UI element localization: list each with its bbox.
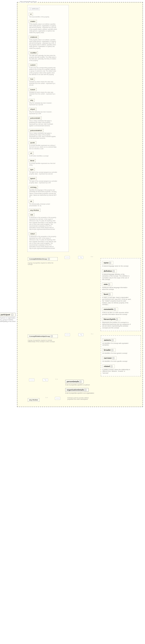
element-definition[interactable]: definition+ bbox=[102, 269, 117, 273]
expand-icon[interactable]: + bbox=[80, 381, 81, 383]
attribute-name[interactable]: role bbox=[29, 213, 34, 216]
element-label: organisationDetails bbox=[67, 389, 84, 391]
element-label: related bbox=[104, 365, 110, 367]
expand-icon[interactable]: − bbox=[48, 258, 50, 260]
attribute-desc: The date (and optionally, the time) when… bbox=[29, 55, 57, 62]
choice-connector bbox=[78, 333, 83, 336]
attribute-name[interactable]: uri bbox=[29, 152, 34, 155]
element-organisationDetails[interactable]: organisationDetails+ bbox=[65, 388, 89, 392]
group-desc: A group of properties required to define… bbox=[28, 262, 58, 265]
attribute-name[interactable]: type bbox=[29, 168, 35, 171]
element-facet[interactable]: facet+ bbox=[102, 292, 113, 296]
child-related: related+A related concept, where the rel… bbox=[102, 364, 139, 374]
group-label: ConceptRelationshipsGroup bbox=[29, 335, 50, 337]
element-desc: A set of properties specific to an organ… bbox=[65, 392, 94, 394]
element-label: personDetails bbox=[67, 380, 79, 383]
child-broader: broader+An identifier of a more generic … bbox=[102, 348, 139, 354]
attribute-desc: If set to true the corresponding propert… bbox=[29, 67, 57, 76]
attribute-name[interactable]: how bbox=[29, 78, 35, 80]
attribute-name[interactable]: any ##other bbox=[29, 209, 40, 212]
concept-relationships-group[interactable]: ConceptRelationshipsGroup − bbox=[28, 334, 58, 338]
concept-definition-row: ConceptDefinitionGroup − A group of prop… bbox=[28, 256, 141, 331]
child-personDetails: personDetails+A set of properties specif… bbox=[65, 379, 113, 386]
attribute-roleuri: roleuriA refinement of the semantics of … bbox=[29, 232, 67, 249]
attribute-name[interactable]: qcode bbox=[29, 141, 36, 144]
attribute-typeuri: typeuriThe type of the concept assigned … bbox=[29, 176, 67, 184]
expand-icon[interactable]: + bbox=[108, 294, 110, 295]
element-remoteInfo[interactable]: remoteInfo+ bbox=[102, 308, 118, 311]
attribute-desc: A concept identifier expressed as a free… bbox=[29, 162, 57, 166]
expand-icon[interactable]: + bbox=[112, 357, 114, 359]
attribute-name[interactable]: id bbox=[29, 12, 33, 16]
ext-desc: Extension point for provider-defined pro… bbox=[67, 397, 92, 400]
element-personDetails[interactable]: personDetails+ bbox=[65, 380, 84, 384]
attribute-name[interactable]: pubconstrainturi bbox=[29, 129, 44, 132]
participant-desc: A person or organisation (e.g. group of … bbox=[0, 317, 16, 322]
element-label: note bbox=[104, 283, 107, 285]
expand-icon[interactable]: + bbox=[113, 270, 114, 272]
attribute-creatoruri: creatoruriIf the property value is not d… bbox=[29, 35, 67, 49]
sequence-connector bbox=[55, 397, 60, 400]
attribute-name[interactable]: why bbox=[29, 99, 35, 102]
attribute-name[interactable]: dir bbox=[29, 200, 34, 203]
child-definition: definition+A natural language definition… bbox=[102, 269, 139, 280]
collapse-icon[interactable]: − bbox=[11, 314, 13, 316]
attribute-whyuri: whyuriWhy the metadata has been included… bbox=[29, 107, 67, 114]
expand-icon[interactable]: + bbox=[112, 339, 113, 341]
attribute-name[interactable]: creator bbox=[29, 20, 37, 23]
element-note[interactable]: note+ bbox=[102, 282, 112, 286]
choice-connector bbox=[78, 256, 83, 259]
attribute-name[interactable]: literal bbox=[29, 159, 36, 162]
child-hierarchyInfo: hierarchyInfo+Represents the position of… bbox=[102, 317, 139, 329]
attribute-name[interactable]: typeuri bbox=[29, 177, 37, 180]
attribute-name[interactable]: roleuri bbox=[29, 232, 36, 235]
attribute-name[interactable]: custom bbox=[29, 64, 37, 66]
element-sameAs[interactable]: sameAs+ bbox=[102, 338, 116, 342]
attribute-name[interactable]: xml:lang bbox=[29, 186, 38, 189]
attribute-desc: The local identifier of the property bbox=[29, 16, 57, 18]
expand-icon[interactable]: − bbox=[51, 335, 53, 337]
ext-label: any ##other bbox=[29, 399, 38, 401]
element-broader[interactable]: broader+ bbox=[102, 348, 116, 352]
attribute-desc: A concept identifier expressed as a stri… bbox=[29, 145, 57, 150]
participant-node[interactable]: participant − bbox=[0, 313, 16, 316]
attribute-desc: A refinement of the semantics of the pro… bbox=[29, 236, 57, 249]
cardinality: 0..∞ bbox=[91, 333, 93, 334]
expand-icon[interactable]: + bbox=[116, 318, 118, 320]
expand-icon[interactable]: + bbox=[109, 262, 111, 264]
attribute-desc: One or many constraints that apply to pu… bbox=[29, 132, 57, 139]
attribute-name[interactable]: modified bbox=[29, 51, 38, 54]
concept-definition-group[interactable]: ConceptDefinitionGroup − bbox=[28, 257, 58, 261]
concept-def-children: name+A natural language name for the con… bbox=[100, 258, 141, 331]
element-name[interactable]: name+ bbox=[102, 261, 113, 265]
attributes-header[interactable]: attributes bbox=[29, 7, 40, 10]
any-other-element[interactable]: any ##other bbox=[28, 398, 39, 402]
element-label: facet bbox=[104, 293, 108, 295]
attribute-desc: One or many constraints that apply to pu… bbox=[29, 120, 57, 127]
child-note: note+Additional natural language informa… bbox=[102, 282, 139, 290]
attribute-dir: dirThe directionality of textual content… bbox=[29, 199, 67, 206]
attribute-name[interactable]: pubconstraint bbox=[29, 116, 42, 120]
attribute-desc: A refinement of the semantics of the pro… bbox=[29, 217, 57, 230]
attribute-modified: modifiedThe date (and optionally, the ti… bbox=[29, 50, 67, 62]
attribute-pubconstraint: pubconstraintOne or many constraints tha… bbox=[29, 116, 67, 127]
expand-icon[interactable]: + bbox=[111, 366, 112, 367]
attribute-qcode: qcodeA concept identifier expressed as a… bbox=[29, 140, 67, 150]
attribute-name[interactable]: creatoruri bbox=[29, 36, 39, 39]
child-sameAs: sameAs+An identifier of a concept with e… bbox=[102, 338, 139, 346]
element-related[interactable]: related+ bbox=[102, 364, 115, 368]
expand-icon[interactable]: + bbox=[108, 284, 110, 285]
element-desc: In NAR 1.8 and later: facet is deprecate… bbox=[102, 297, 131, 305]
expand-icon[interactable]: + bbox=[111, 349, 113, 351]
expand-icon[interactable]: + bbox=[84, 389, 86, 391]
attribute-name[interactable]: howuri bbox=[29, 88, 37, 91]
sequence-connector bbox=[65, 333, 70, 336]
concept-relationships-row: ConceptRelationshipsGroup − A group of p… bbox=[28, 333, 141, 376]
attribute-desc: If the property value is not defined, sp… bbox=[29, 23, 57, 34]
attribute-id: idThe local identifier of the property bbox=[29, 12, 67, 18]
element-narrower[interactable]: narrower+ bbox=[102, 356, 117, 360]
child-organisationDetails: organisationDetails+A set of properties … bbox=[65, 388, 113, 394]
expand-icon[interactable]: + bbox=[114, 308, 116, 310]
attribute-name[interactable]: whyuri bbox=[29, 108, 37, 111]
element-hierarchyInfo[interactable]: hierarchyInfo+ bbox=[102, 317, 120, 321]
